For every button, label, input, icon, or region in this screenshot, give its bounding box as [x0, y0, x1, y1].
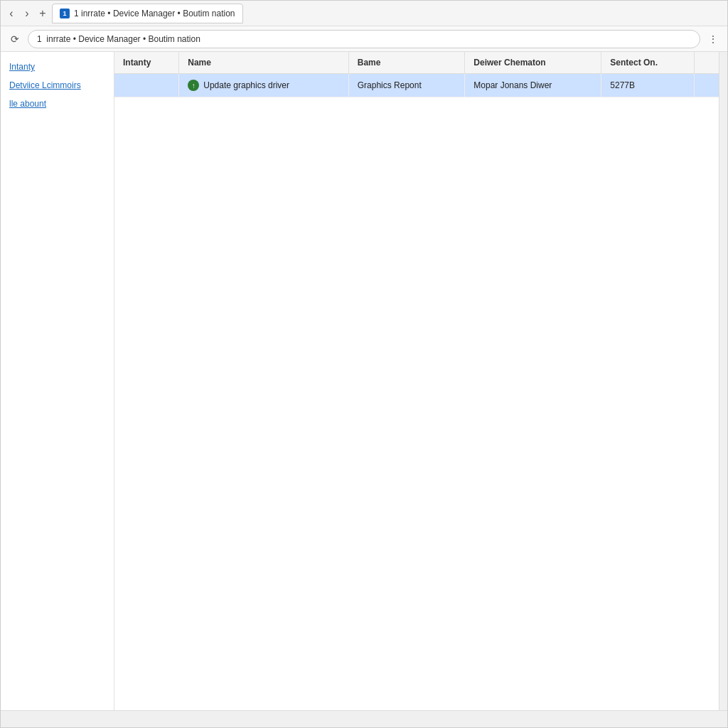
- col-header-name: Name: [179, 52, 348, 74]
- refresh-button[interactable]: ⟳: [6, 31, 23, 48]
- address-input[interactable]: [28, 30, 700, 48]
- col-header-extra: [694, 52, 719, 74]
- tab-favicon: 1: [60, 9, 70, 18]
- cell-sentect-on: 5277B: [601, 74, 694, 97]
- browser-window: ‹ › + 1 1 inrrate • Device Manager • Bou…: [0, 0, 728, 728]
- sidebar-item-intanty[interactable]: Intanty: [1, 58, 114, 76]
- col-header-sentect-on: Sentect On.: [601, 52, 694, 74]
- update-icon: [188, 80, 199, 91]
- sidebar-item-le-abount[interactable]: lle abount: [1, 95, 114, 113]
- tab-label: 1 inrrate • Device Manager • Boutim nati…: [74, 9, 235, 18]
- active-tab[interactable]: 1 1 inrrate • Device Manager • Boutim na…: [52, 4, 243, 23]
- col-header-deiwer-chematon: Deiwer Chematon: [465, 52, 601, 74]
- cell-extra: [694, 74, 719, 97]
- cell-intanty: [114, 74, 179, 97]
- cell-name: Update graphics driver: [179, 74, 348, 97]
- status-bar: [1, 710, 727, 727]
- cell-game: Graphics Repont: [348, 74, 465, 97]
- new-tab-button[interactable]: +: [36, 7, 49, 20]
- col-header-game: Bame: [348, 52, 465, 74]
- cell-deiwer-chematon: Mopar Jonans Diwer: [465, 74, 601, 97]
- table-row[interactable]: Update graphics driver Graphics Repont M…: [114, 74, 719, 97]
- col-header-intanty: Intanty: [114, 52, 179, 74]
- back-button[interactable]: ‹: [5, 7, 18, 20]
- right-scrollbar[interactable]: [719, 52, 727, 710]
- browser-menu-button[interactable]: ⋮: [705, 31, 722, 48]
- table-header-row: Intanty Name Bame Deiwer Chematon Sentec: [114, 52, 719, 74]
- sidebar-item-device-lcimmoirs[interactable]: Detviice Lcimmoirs: [1, 76, 114, 95]
- tab-bar: ‹ › + 1 1 inrrate • Device Manager • Bou…: [1, 1, 727, 26]
- content-area: Intanty Name Bame Deiwer Chematon Sentec: [114, 52, 719, 710]
- sidebar: Intanty Detviice Lcimmoirs lle abount: [1, 52, 114, 710]
- forward-button[interactable]: ›: [21, 7, 33, 20]
- data-table: Intanty Name Bame Deiwer Chematon Sentec: [114, 52, 719, 97]
- address-bar: ⟳ ⋮: [1, 26, 727, 52]
- main-content: Intanty Detviice Lcimmoirs lle abount In…: [1, 52, 727, 710]
